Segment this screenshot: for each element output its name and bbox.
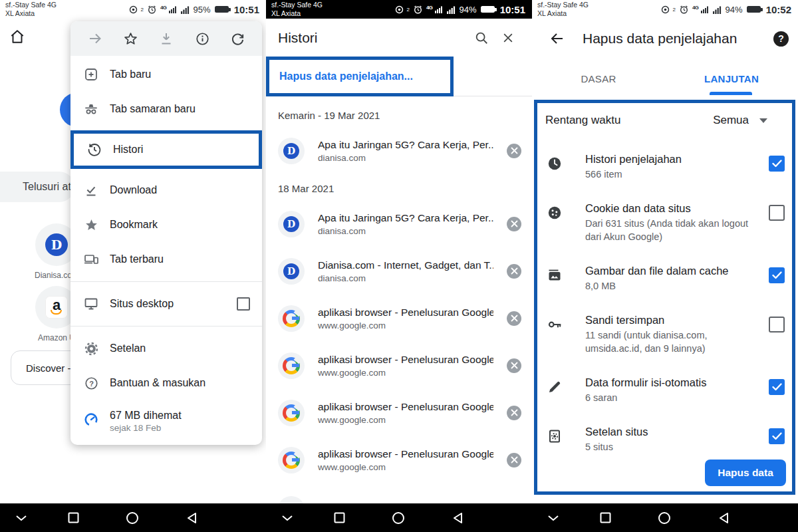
option-row-data-formulir-isi-otomatis[interactable]: Data formulir isi-otomatis6 saran <box>537 367 785 404</box>
dianisa-favicon: D <box>45 233 68 256</box>
android-nav-bar <box>0 503 266 532</box>
history-header: Histori <box>266 19 532 57</box>
nav-home-button[interactable] <box>386 503 410 532</box>
option-title: Setelan situs <box>585 424 759 439</box>
option-title: Data formulir isi-otomatis <box>585 375 759 390</box>
carrier-label: sf.-Stay Safe 4GXL Axiata <box>271 1 323 18</box>
clear-browsing-data-link[interactable]: Hapus data penjelajahan... <box>279 70 413 82</box>
site-settings-icon <box>547 428 563 444</box>
checkbox[interactable] <box>769 267 785 283</box>
menu-item-label: Tab baru <box>110 68 151 80</box>
menu-toolbar <box>70 21 262 56</box>
menu-item-tab-terbaru[interactable]: Tab terbaru <box>70 242 262 277</box>
option-subtitle: 8,0 MB <box>585 279 750 293</box>
star-outline-icon[interactable] <box>123 31 138 47</box>
history-item-title: Apa itu Jaringan 5G? Cara Kerja, Per... <box>318 212 493 224</box>
battery-icon <box>481 6 495 13</box>
tab-dasar[interactable]: DASAR <box>532 65 665 92</box>
menu-item-setelan[interactable]: Setelan <box>70 331 262 366</box>
nav-hide-button[interactable] <box>541 503 565 532</box>
close-icon[interactable] <box>495 25 521 51</box>
menu-item-tab-samaran-baru[interactable]: Tab samaran baru <box>70 92 262 126</box>
history-row[interactable]: DApa itu Jaringan 5G? Cara Kerja, Per...… <box>266 127 532 174</box>
remove-item-button[interactable] <box>507 358 521 373</box>
forward-icon[interactable] <box>87 31 103 47</box>
history-row[interactable]: aplikasi browser - Penelusuran Googlewww… <box>266 389 532 436</box>
menu-item-bookmark[interactable]: Bookmark <box>70 207 262 242</box>
history-date-header: Kemarin - 19 Mar 2021 <box>266 101 532 127</box>
image-icon <box>547 267 563 283</box>
history-list: Kemarin - 19 Mar 2021DApa itu Jaringan 5… <box>266 101 532 483</box>
download-icon[interactable] <box>158 31 174 47</box>
menu-item-download[interactable]: Download <box>70 173 262 207</box>
nav-recents-button[interactable] <box>593 503 617 532</box>
help-icon: ? <box>83 375 99 391</box>
nav-back-button[interactable] <box>180 503 203 532</box>
tab-lanjutan[interactable]: LANJUTAN <box>665 65 798 92</box>
help-icon[interactable]: ? <box>773 31 789 47</box>
status-bar: sf.-Stay Safe 4GXL Axiata 2 4G 94% 10:51 <box>266 0 532 19</box>
key-icon <box>547 317 563 332</box>
nav-recents-button[interactable] <box>61 503 85 532</box>
checkbox[interactable] <box>769 379 785 395</box>
nav-back-button[interactable] <box>712 503 735 532</box>
data-saver-row[interactable]: 67 MB dihemat sejak 18 Feb <box>70 400 262 438</box>
nav-hide-button[interactable] <box>275 503 299 532</box>
nav-home-button[interactable] <box>652 503 676 532</box>
nav-recents-button[interactable] <box>327 503 351 532</box>
home-icon[interactable] <box>9 28 26 48</box>
site-favicon <box>278 305 305 332</box>
desktop-site-checkbox[interactable] <box>237 297 250 311</box>
history-item-url: www.google.com <box>318 415 493 425</box>
page-title: Hapus data penjelajahan <box>583 31 773 47</box>
option-row-gambar-dan-file-dalam-cache[interactable]: Gambar dan file dalam cache8,0 MB <box>537 255 785 293</box>
remove-item-button[interactable] <box>507 144 521 158</box>
history-row[interactable]: aplikasi browser - Penelusuran Googlewww… <box>266 295 532 342</box>
divider <box>70 281 262 282</box>
history-item-url: dianisa.com <box>318 153 493 163</box>
option-row-setelan-situs[interactable]: Setelan situs5 situs <box>537 416 785 454</box>
nav-home-button[interactable] <box>120 503 144 532</box>
history-row[interactable]: DApa itu Jaringan 5G? Cara Kerja, Per...… <box>266 200 532 247</box>
clock-icon <box>547 156 563 172</box>
menu-item-label: Setelan <box>110 342 146 354</box>
menu-item-tab-baru[interactable]: Tab baru <box>70 57 262 92</box>
menu-item-situs-desktop[interactable]: Situs desktop <box>70 287 262 321</box>
info-icon[interactable] <box>195 31 210 47</box>
devices-icon <box>83 251 99 267</box>
remove-item-button[interactable] <box>507 453 521 467</box>
tab-bar: DASAR LANJUTAN <box>532 65 798 92</box>
history-row[interactable]: aplikasi browser - Penelusuran Googlewww… <box>266 436 532 483</box>
option-row-histori-penjelajahan[interactable]: Histori penjelajahan566 item <box>537 144 785 181</box>
clear-data-button[interactable]: Hapus data <box>705 460 786 486</box>
back-arrow-icon[interactable] <box>545 27 569 51</box>
time-range-row[interactable]: Rentang waktu Semua <box>537 105 791 136</box>
chevron-down-icon <box>759 118 767 123</box>
search-box[interactable]: Telusuri at <box>0 172 74 202</box>
history-row[interactable]: DDianisa.com - Internet, Gadget, dan T..… <box>266 247 532 295</box>
remove-item-button[interactable] <box>507 264 521 279</box>
network-type-label: 4G <box>692 5 699 11</box>
history-row[interactable]: aplikasi browser - Penelusuran Googlewww… <box>266 342 532 389</box>
nav-back-button[interactable] <box>446 503 469 532</box>
checkbox[interactable] <box>769 428 785 444</box>
checkbox[interactable] <box>769 156 785 172</box>
page-title: Histori <box>278 30 318 46</box>
remove-item-button[interactable] <box>507 311 521 326</box>
remove-item-button[interactable] <box>507 406 521 420</box>
option-row-sandi-tersimpan[interactable]: Sandi tersimpan11 sandi (untuk dianisa.c… <box>537 305 785 355</box>
google-favicon <box>283 357 300 374</box>
menu-item-bantuan-masukan[interactable]: ?Bantuan & masukan <box>70 366 262 400</box>
data-saver-subtitle: sejak 18 Feb <box>110 423 182 433</box>
search-icon[interactable] <box>468 25 495 51</box>
refresh-icon[interactable] <box>230 31 245 47</box>
checkbox[interactable] <box>769 317 785 332</box>
option-row-cookie-dan-data-situs[interactable]: Cookie dan data situsDari 631 situs (And… <box>537 193 785 243</box>
chrome-menu-popup: Tab baruTab samaran baruHistoriDownloadB… <box>70 21 262 445</box>
checkbox[interactable] <box>769 205 785 221</box>
svg-text:?: ? <box>89 379 94 387</box>
site-favicon: D <box>278 138 305 164</box>
menu-item-histori[interactable]: Histori <box>74 134 259 166</box>
nav-hide-button[interactable] <box>9 503 33 532</box>
remove-item-button[interactable] <box>507 217 521 231</box>
